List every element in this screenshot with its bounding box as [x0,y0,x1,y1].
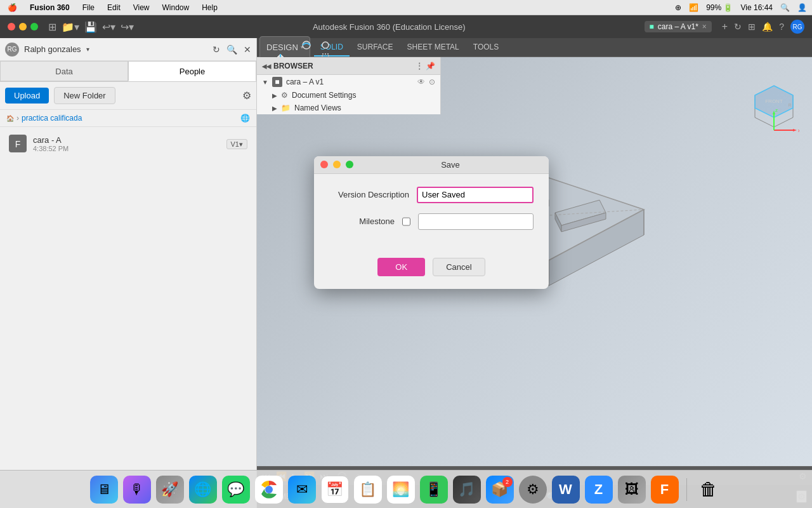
finder-icon: 🖥 [97,481,111,498]
dialog-max-button[interactable] [346,161,353,168]
photos-icon: 🌅 [392,481,409,498]
trash-icon: 🗑 [700,479,717,500]
dock-music[interactable]: 🎵 [453,476,481,504]
milestone-input[interactable] [418,213,534,230]
safari-icon: 🌐 [194,481,211,498]
dialog-body: Version Description Milestone [314,174,549,253]
dialog-title: Save [358,160,542,170]
dock-word[interactable]: W [552,476,580,504]
dialog-footer: OK Cancel [314,253,549,289]
dock-launchpad[interactable]: 🚀 [156,476,184,504]
dock-calendar[interactable]: 📅 [321,476,349,504]
milestone-checkbox[interactable] [402,217,410,226]
dialog-overlay: Save Version Description Milestone OK Ca… [0,0,812,508]
milestone-label: Milestone [329,217,395,226]
dock-settings[interactable]: ⚙ [519,476,547,504]
dock-zoom[interactable]: Z [585,476,613,504]
dock-chrome[interactable] [255,476,283,504]
version-description-row: Version Description [329,187,534,203]
version-description-input[interactable] [417,187,534,203]
dock-preview[interactable]: 🖼 [618,476,646,504]
preview-icon: 🖼 [625,481,639,498]
dock-trash[interactable]: 🗑 [695,476,723,504]
dock-fusion360[interactable]: F [651,476,679,504]
facetime-icon: 📱 [425,481,442,498]
chrome-icon [259,480,278,499]
dock-safari[interactable]: 🌐 [189,476,217,504]
dock-appstore[interactable]: 📦 2 [486,476,514,504]
dock-divider [686,478,687,501]
dock-photos[interactable]: 🌅 [387,476,415,504]
dialog-title-bar: Save [314,156,549,174]
dock-facetime[interactable]: 📱 [420,476,448,504]
music-icon: 🎵 [458,481,475,498]
launchpad-icon: 🚀 [161,481,178,498]
dock-whatsapp[interactable]: 💬 [222,476,250,504]
svg-point-58 [265,486,273,493]
ok-button[interactable]: OK [377,258,425,276]
dock: 🖥 🎙 🚀 🌐 💬 ✉ 📅 📋 🌅 📱 🎵 📦 2 ⚙ W Z [0,470,812,508]
reminders-icon: 📋 [359,481,376,498]
mail-icon: ✉ [296,481,308,498]
dock-finder[interactable]: 🖥 [90,476,118,504]
siri-icon: 🎙 [130,481,144,498]
dialog-min-button[interactable] [333,161,341,168]
fusion-icon: F [660,481,669,498]
save-dialog: Save Version Description Milestone OK Ca… [314,156,549,289]
dock-mail[interactable]: ✉ [288,476,316,504]
zoom-icon: Z [594,481,603,498]
whatsapp-icon: 💬 [227,481,244,498]
calendar-icon: 📅 [326,481,343,498]
dialog-close-button[interactable] [320,161,328,168]
settings-dock-icon: ⚙ [527,481,539,498]
dock-reminders[interactable]: 📋 [354,476,382,504]
appstore-badge: 2 [502,477,513,487]
word-icon: W [559,481,572,498]
cancel-button[interactable]: Cancel [433,258,485,276]
version-description-label: Version Description [329,190,409,199]
milestone-row: Milestone [329,213,534,230]
dock-siri[interactable]: 🎙 [123,476,151,504]
